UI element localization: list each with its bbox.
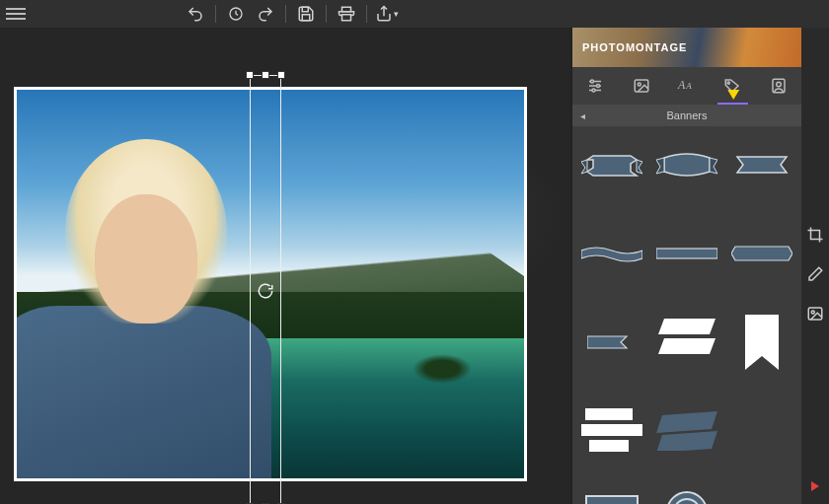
asset-row [580, 314, 793, 371]
chevron-down-icon: ▾ [394, 9, 399, 19]
redo-button[interactable] [254, 2, 277, 26]
banner-ribbon-3[interactable] [730, 136, 793, 193]
svg-point-10 [592, 89, 595, 92]
svg-rect-25 [808, 308, 822, 320]
redo-icon [257, 5, 274, 23]
share-icon [375, 5, 393, 23]
right-tool-rail [801, 28, 829, 504]
svg-point-26 [811, 311, 814, 314]
banner-wave-1[interactable] [580, 225, 643, 282]
app-root: ▾ [0, 0, 829, 504]
picture-icon [806, 305, 824, 323]
asset-empty [730, 402, 793, 460]
svg-rect-4 [342, 15, 351, 21]
svg-rect-20 [581, 424, 642, 436]
toolbar-divider [366, 5, 367, 23]
share-button[interactable]: ▾ [375, 2, 399, 26]
svg-text:A: A [677, 78, 686, 92]
play-button[interactable] [805, 476, 825, 496]
history-icon [228, 6, 244, 22]
photo-person [17, 121, 285, 478]
asset-grid [572, 126, 801, 504]
banner-slant-dark[interactable] [655, 402, 718, 460]
svg-text:A: A [685, 81, 692, 91]
resize-handle-t[interactable] [262, 71, 269, 79]
tab-shapes[interactable] [710, 67, 755, 105]
save-button[interactable] [294, 2, 318, 26]
toolbar-divider [215, 5, 216, 23]
menu-button[interactable] [6, 5, 26, 23]
svg-point-17 [777, 82, 782, 87]
panel-section-label: Banners [667, 109, 708, 121]
image-icon [633, 77, 650, 95]
undo-icon [187, 5, 204, 23]
save-icon [297, 5, 315, 23]
banner-slant-white[interactable] [655, 314, 718, 371]
svg-rect-19 [585, 408, 633, 420]
panel-section-header[interactable]: ◂ Banners [572, 105, 801, 126]
print-icon [338, 5, 355, 23]
play-icon [811, 481, 819, 491]
banner-flat-1[interactable] [655, 225, 718, 282]
tab-text[interactable]: AA [664, 67, 710, 105]
history-button[interactable] [224, 2, 248, 26]
svg-point-8 [591, 80, 594, 83]
banner-trapezoid[interactable] [730, 491, 793, 504]
crop-tool[interactable] [805, 225, 825, 245]
rotate-icon[interactable] [257, 282, 274, 300]
asset-row [580, 136, 793, 193]
pencil-icon [806, 265, 824, 283]
panel-tabs: AA [572, 67, 801, 105]
top-tools-group: ▾ [184, 2, 399, 26]
undo-button[interactable] [184, 2, 207, 26]
banner-rect-outline[interactable] [580, 491, 643, 504]
top-toolbar: ▾ [0, 0, 829, 28]
banner-flag-small[interactable] [580, 314, 643, 371]
svg-rect-2 [302, 15, 310, 21]
toolbar-divider [326, 5, 327, 23]
banner-ribbon-1[interactable] [580, 136, 643, 193]
svg-point-12 [638, 83, 641, 86]
tab-portrait[interactable] [756, 67, 801, 105]
side-panel: PHOTOMONTAGE AA [570, 28, 801, 504]
draw-tool[interactable] [805, 264, 825, 284]
banner-medal[interactable] [655, 491, 718, 504]
svg-point-9 [597, 85, 600, 88]
toolbar-divider [285, 5, 286, 23]
panel-header: PHOTOMONTAGE [572, 28, 801, 67]
chevron-left-icon: ◂ [580, 110, 585, 121]
resize-handle-tl[interactable] [246, 71, 254, 79]
svg-point-15 [728, 82, 730, 84]
svg-rect-21 [589, 440, 629, 452]
panel-title: PHOTOMONTAGE [582, 41, 687, 53]
resize-handle-tr[interactable] [277, 71, 285, 79]
asset-row [580, 491, 793, 504]
selection-box[interactable] [250, 75, 281, 504]
asset-row [580, 225, 793, 282]
tab-image[interactable] [618, 67, 663, 105]
print-button[interactable] [335, 2, 358, 26]
svg-rect-18 [656, 249, 717, 258]
banner-bookmark-white[interactable] [730, 314, 793, 371]
crop-icon [806, 226, 824, 244]
tab-adjustments[interactable] [572, 67, 618, 105]
photo-island [413, 354, 472, 384]
asset-row [580, 402, 793, 460]
person-icon [770, 77, 788, 95]
banner-bars-white[interactable] [580, 402, 643, 460]
svg-rect-1 [302, 7, 308, 12]
canvas-area[interactable] [0, 28, 570, 504]
sliders-icon [586, 77, 604, 95]
tag-icon [723, 77, 741, 95]
text-icon: AA [677, 77, 697, 95]
banner-ribbon-2[interactable] [655, 136, 718, 193]
image-tool[interactable] [805, 304, 825, 324]
svg-rect-22 [586, 496, 638, 504]
banner-fold-1[interactable] [730, 225, 793, 282]
main-area: PHOTOMONTAGE AA [0, 28, 829, 504]
